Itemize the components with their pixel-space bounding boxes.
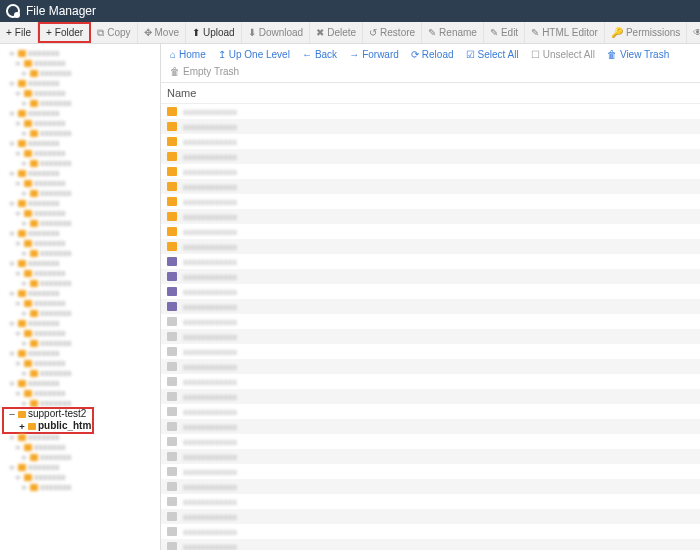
column-header-name[interactable]: Name <box>167 87 196 99</box>
tree-toggle-icon[interactable]: + <box>8 168 16 178</box>
list-item[interactable]: xxxxxxxxxxxx <box>161 299 700 314</box>
list-item[interactable]: xxxxxxxxxxxx <box>161 419 700 434</box>
home-button[interactable]: ⌂Home <box>165 47 211 62</box>
tree-item[interactable]: +xxxxxxx <box>2 198 158 208</box>
list-item[interactable]: xxxxxxxxxxxx <box>161 389 700 404</box>
list-item[interactable]: xxxxxxxxxxxx <box>161 509 700 524</box>
list-item[interactable]: xxxxxxxxxxxx <box>161 164 700 179</box>
list-item[interactable]: xxxxxxxxxxxx <box>161 434 700 449</box>
tree-toggle-icon[interactable]: + <box>14 472 22 482</box>
tree-item[interactable]: +xxxxxxx <box>2 462 158 472</box>
list-item[interactable]: xxxxxxxxxxxx <box>161 224 700 239</box>
tree-item[interactable]: +xxxxxxx <box>2 338 158 348</box>
list-item[interactable]: xxxxxxxxxxxx <box>161 239 700 254</box>
tree-item[interactable]: +xxxxxxx <box>2 78 158 88</box>
tree-toggle-icon[interactable]: + <box>8 378 16 388</box>
tree-toggle-icon[interactable]: + <box>14 268 22 278</box>
move-button[interactable]: ✥Move <box>138 22 186 43</box>
tree-toggle-icon[interactable]: + <box>20 398 28 408</box>
list-item[interactable]: xxxxxxxxxxxx <box>161 359 700 374</box>
edit-button[interactable]: ✎Edit <box>484 22 525 43</box>
tree-toggle-icon[interactable]: – <box>8 408 16 420</box>
tree-item-public-html[interactable]: +public_html <box>2 420 158 432</box>
tree-item[interactable]: +xxxxxxx <box>2 398 158 408</box>
list-item[interactable]: xxxxxxxxxxxx <box>161 254 700 269</box>
reload-button[interactable]: ⟳Reload <box>406 47 459 62</box>
list-item[interactable]: xxxxxxxxxxxx <box>161 344 700 359</box>
tree-item[interactable]: +xxxxxxx <box>2 348 158 358</box>
list-item[interactable]: xxxxxxxxxxxx <box>161 209 700 224</box>
tree-toggle-icon[interactable]: + <box>8 432 16 442</box>
tree-toggle-icon[interactable]: + <box>20 218 28 228</box>
tree-toggle-icon[interactable]: + <box>14 208 22 218</box>
file-button[interactable]: +File <box>0 22 38 43</box>
tree-toggle-icon[interactable]: + <box>8 78 16 88</box>
tree-item[interactable]: +xxxxxxx <box>2 208 158 218</box>
forward-button[interactable]: →Forward <box>344 47 404 62</box>
copy-button[interactable]: ⧉Copy <box>91 22 137 43</box>
tree-item[interactable]: +xxxxxxx <box>2 278 158 288</box>
tree-item[interactable]: +xxxxxxx <box>2 442 158 452</box>
tree-toggle-icon[interactable]: + <box>14 118 22 128</box>
list-item[interactable]: xxxxxxxxxxxx <box>161 449 700 464</box>
emptytrash-button[interactable]: 🗑Empty Trash <box>165 64 244 79</box>
tree-item[interactable]: +xxxxxxx <box>2 368 158 378</box>
unselectall-button[interactable]: ☐Unselect All <box>526 47 600 62</box>
tree-toggle-icon[interactable]: + <box>8 462 16 472</box>
tree-toggle-icon[interactable]: + <box>8 108 16 118</box>
tree-toggle-icon[interactable]: + <box>14 358 22 368</box>
tree-item[interactable]: +xxxxxxx <box>2 258 158 268</box>
tree-item[interactable]: +xxxxxxx <box>2 298 158 308</box>
tree-item[interactable]: +xxxxxxx <box>2 168 158 178</box>
tree-item[interactable]: +xxxxxxx <box>2 148 158 158</box>
list-item[interactable]: xxxxxxxxxxxx <box>161 179 700 194</box>
tree-toggle-icon[interactable]: + <box>20 278 28 288</box>
tree-toggle-icon[interactable]: + <box>20 452 28 462</box>
tree-item[interactable]: +xxxxxxx <box>2 158 158 168</box>
list-item[interactable]: xxxxxxxxxxxx <box>161 374 700 389</box>
tree-item[interactable]: +xxxxxxx <box>2 108 158 118</box>
tree-toggle-icon[interactable]: + <box>8 198 16 208</box>
tree-toggle-icon[interactable]: + <box>8 318 16 328</box>
tree-item-support-test2[interactable]: –support-test2 <box>2 408 158 420</box>
list-item[interactable]: xxxxxxxxxxxx <box>161 134 700 149</box>
tree-item[interactable]: +xxxxxxx <box>2 128 158 138</box>
tree-toggle-icon[interactable]: + <box>20 482 28 492</box>
htmleditor-button[interactable]: ✎HTML Editor <box>525 22 605 43</box>
tree-item[interactable]: +xxxxxxx <box>2 308 158 318</box>
tree-item[interactable]: +xxxxxxx <box>2 58 158 68</box>
list-item[interactable]: xxxxxxxxxxxx <box>161 404 700 419</box>
tree-toggle-icon[interactable]: + <box>8 228 16 238</box>
list-item[interactable]: xxxxxxxxxxxx <box>161 104 700 119</box>
viewtrash-button[interactable]: 🗑View Trash <box>602 47 674 62</box>
tree-item[interactable]: +xxxxxxx <box>2 388 158 398</box>
tree-item[interactable]: +xxxxxxx <box>2 68 158 78</box>
tree-item[interactable]: +xxxxxxx <box>2 432 158 442</box>
list-item[interactable]: xxxxxxxxxxxx <box>161 149 700 164</box>
tree-item[interactable]: +xxxxxxx <box>2 472 158 482</box>
tree-toggle-icon[interactable]: + <box>20 308 28 318</box>
tree-toggle-icon[interactable]: + <box>8 258 16 268</box>
tree-item[interactable]: +xxxxxxx <box>2 238 158 248</box>
tree-toggle-icon[interactable]: + <box>14 298 22 308</box>
tree-item[interactable]: +xxxxxxx <box>2 452 158 462</box>
delete-button[interactable]: ✖Delete <box>310 22 363 43</box>
list-item[interactable]: xxxxxxxxxxxx <box>161 269 700 284</box>
tree-item[interactable]: +xxxxxxx <box>2 268 158 278</box>
tree-item[interactable]: +xxxxxxx <box>2 188 158 198</box>
list-item[interactable]: xxxxxxxxxxxx <box>161 329 700 344</box>
upload-button[interactable]: ⬆Upload <box>186 22 242 43</box>
download-button[interactable]: ⬇Download <box>242 22 310 43</box>
tree-toggle-icon[interactable]: + <box>8 138 16 148</box>
selectall-button[interactable]: ☑Select All <box>461 47 524 62</box>
tree-toggle-icon[interactable]: + <box>18 420 26 432</box>
tree-toggle-icon[interactable]: + <box>14 88 22 98</box>
list-item[interactable]: xxxxxxxxxxxx <box>161 194 700 209</box>
tree-toggle-icon[interactable]: + <box>14 328 22 338</box>
restore-button[interactable]: ↺Restore <box>363 22 422 43</box>
tree-toggle-icon[interactable]: + <box>14 442 22 452</box>
tree-toggle-icon[interactable]: + <box>20 188 28 198</box>
tree-toggle-icon[interactable]: + <box>20 68 28 78</box>
list-item[interactable]: xxxxxxxxxxxx <box>161 479 700 494</box>
tree-item[interactable]: +xxxxxxx <box>2 328 158 338</box>
